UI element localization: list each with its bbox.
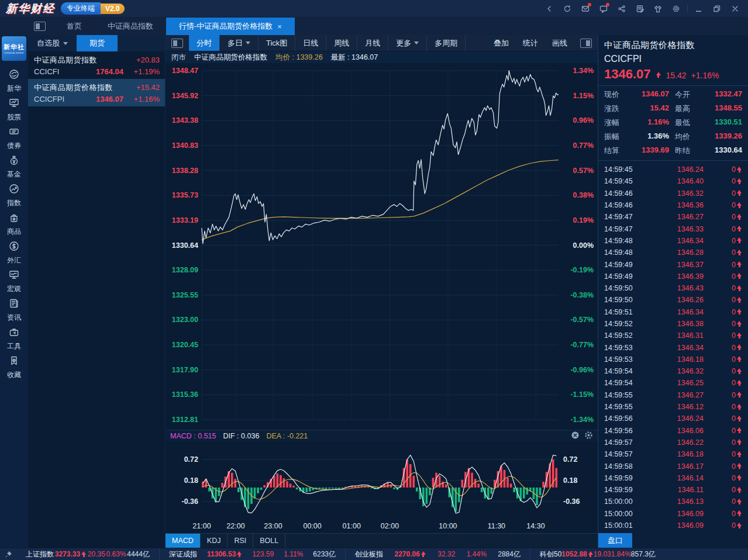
watchlist-tab-自选股[interactable]: 自选股 [28,35,77,51]
tab-close-icon[interactable]: × [277,22,282,31]
period-button-分时[interactable]: 分时 [189,35,220,51]
time-sales-row: 15:00:001346.130 [604,496,742,507]
indicator-tab-KDJ[interactable]: KDJ [201,534,228,548]
tick-time: 14:59:50 [604,284,642,292]
tool-button-统计[interactable]: 统计 [516,35,545,51]
tick-price: 1346.06 [657,427,704,435]
macd-chart[interactable]: 0.720.720.180.18-0.36-0.36 [166,441,598,520]
sidebar-item-指数[interactable]: 指数 [0,181,28,210]
minimize-icon[interactable] [692,3,706,15]
index-quotes: 上证指数3273.3320.350.63%4444亿深证成指11306.5312… [16,548,665,560]
svg-text:1345.92: 1345.92 [172,92,198,100]
index-volume: 857.3亿 [631,549,656,559]
watchlist-item-CCICFI[interactable]: 中证商品期货指数+20.83CCICFI1764.04+1.19% [28,51,165,79]
tick-time: 14:59:59 [604,486,642,494]
sidebar-item-债券[interactable]: 债券 [0,124,28,153]
tick-time: 15:00:00 [604,510,642,518]
time-sales-list[interactable]: 14:59:451346.24014:59:451346.40014:59:46… [598,161,748,531]
tick-volume: 0 [732,414,742,423]
watchlist-item-CCICFPI[interactable]: 中证商品期货价格指数+15.42CCICFPI1346.07+1.16% [28,79,165,106]
theme-icon[interactable] [651,3,665,15]
tick-time: 14:59:47 [604,225,642,233]
notes-icon[interactable] [633,3,647,15]
tick-time: 14:59:57 [604,438,642,447]
sidebar-item-工具[interactable]: 工具 [0,324,28,353]
index-quote-深证成指[interactable]: 深证成指11306.53123.591.11%6233亿 [160,548,346,560]
sidebar-item-宏观[interactable]: 宏观 [0,267,28,296]
tick-volume-value: 0 [732,355,736,364]
refresh-icon[interactable] [560,3,574,15]
tick-price: 1346.25 [657,379,704,387]
tab-order-book[interactable]: 盘口 [598,533,632,548]
instrument-pct: +1.16% [123,95,160,103]
indicator-tab-MACD[interactable]: MACD [166,534,201,548]
back-icon[interactable] [542,3,556,15]
tick-time: 14:59:49 [604,261,642,269]
index-quote-上证指数[interactable]: 上证指数3273.3320.350.63%4444亿 [16,548,160,560]
tick-volume: 0 [732,486,742,494]
chart-info-bar: 闭市 中证商品期货价格指数 均价 : 1339.26 最新 : 1346.07 [166,51,598,63]
period-button-周线[interactable]: 周线 [326,35,357,51]
period-button-日线[interactable]: 日线 [295,35,326,51]
tab-csi-commodity-index[interactable]: 中证商品指数 [95,18,166,35]
sidebar-item-商品[interactable]: 商品 [0,210,28,238]
tick-volume-value: 0 [732,320,736,328]
tab-home[interactable]: 首页 [54,18,95,35]
collapse-watchlist-icon[interactable] [171,39,183,48]
indicator-tab-BOLL[interactable]: BOLL [253,534,285,548]
period-button-多日[interactable]: 多日 [220,35,258,51]
sidebar-item-外汇[interactable]: 外汇 [0,238,28,267]
index-value-number: 1052.88 [561,550,587,558]
tick-volume-value: 0 [732,331,736,340]
svg-text:0.96%: 0.96% [573,116,594,125]
fund-icon [8,154,20,168]
tool-button-画线[interactable]: 画线 [545,35,574,51]
period-button-多周期[interactable]: 多周期 [427,35,466,51]
tick-price: 1346.18 [657,450,704,458]
settings-icon[interactable] [669,3,683,15]
share-icon[interactable] [615,3,629,15]
sidebar-item-股票[interactable]: 股票 [0,95,28,124]
time-sales-row: 14:59:591346.140 [604,472,742,484]
up-arrow-icon [736,261,742,268]
close-indicator-icon[interactable] [571,431,580,441]
pin-icon[interactable] [0,551,16,558]
period-button-Tick图[interactable]: Tick图 [258,35,295,51]
close-icon[interactable] [728,3,742,15]
xinhua-news-logo[interactable]: 新华社 XINHUA NEWS [2,36,26,61]
index-quote-创业板指[interactable]: 创业板指2270.0632.321.44%2884亿 [346,548,530,560]
tick-volume-value: 0 [732,201,736,209]
minute-chart[interactable]: 1348.471.34%1345.921.15%1343.380.96%1340… [166,63,598,430]
mail-icon[interactable] [578,3,592,15]
sidebar-item-资讯[interactable]: 资讯 [0,296,28,324]
tick-time: 14:59:45 [604,177,642,185]
tool-button-叠加[interactable]: 叠加 [487,35,516,51]
watchlist-panel: 自选股期货 中证商品期货指数+20.83CCICFI1764.04+1.19%中… [28,35,166,548]
quote-code: CCICFPI [604,54,742,64]
chat-icon[interactable] [597,3,611,15]
sidebar-item-基金[interactable]: 基金 [0,153,28,181]
collapse-sidebar-icon[interactable] [34,22,46,31]
period-button-label: Tick图 [266,38,287,49]
index-change: 19.03 [594,550,611,558]
tab-quote-ccicfpi[interactable]: 行情-中证商品期货价格指数× [166,18,295,35]
index-quote-科创50[interactable]: 科创501052.8819.031.84%857.3亿 [530,548,665,560]
tick-volume-value: 0 [732,403,736,411]
svg-text:0.00%: 0.00% [573,241,594,250]
svg-text:1335.73: 1335.73 [172,191,198,199]
sidebar-item-收藏[interactable]: 收藏 [0,353,28,382]
svg-text:1340.83: 1340.83 [172,141,198,150]
indicator-settings-icon[interactable] [584,431,593,441]
period-button-月线[interactable]: 月线 [357,35,388,51]
restore-icon[interactable] [710,3,724,15]
chart-region: 分时多日Tick图日线周线月线更多多周期 叠加统计画线 闭市 中证商品期货价格指… [166,35,598,548]
period-button-更多[interactable]: 更多 [388,35,427,51]
collapse-quote-panel-icon[interactable] [580,39,592,48]
statusbar: 上证指数3273.3320.350.63%4444亿深证成指11306.5312… [0,548,748,560]
up-arrow-icon [736,178,742,185]
tick-price: 1346.27 [657,391,704,399]
watchlist-tab-期货[interactable]: 期货 [77,35,118,51]
tick-time: 14:59:55 [604,391,642,399]
indicator-tab-RSI[interactable]: RSI [227,534,253,548]
sidebar-item-新华[interactable]: 新华 [0,67,28,95]
